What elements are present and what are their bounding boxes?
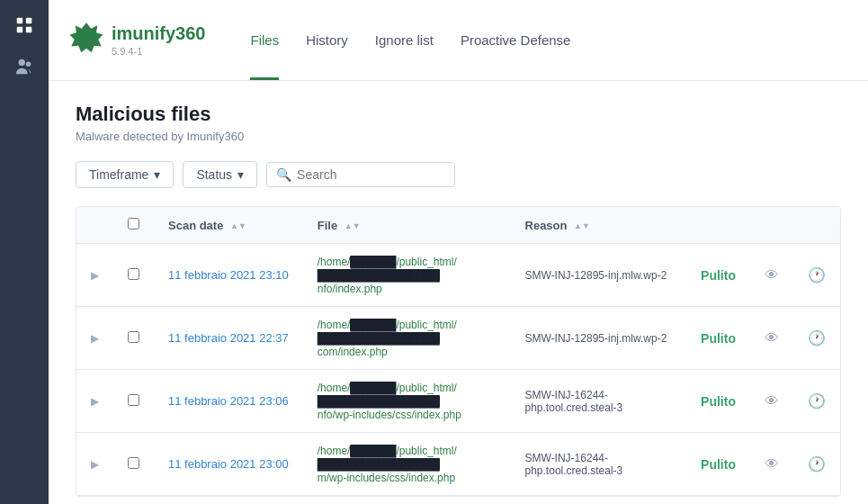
nav-files[interactable]: Files <box>250 0 279 80</box>
chevron-down-icon: ▾ <box>237 167 244 182</box>
reason-3: SMW-INJ-16244-php.tool.cred.steal-3 <box>511 433 687 496</box>
reason-0: SMW-INJ-12895-inj.mlw.wp-2 <box>511 244 687 307</box>
svg-marker-6 <box>70 22 103 52</box>
file-path-3: /home/██████/public_html/███████████████… <box>303 433 511 496</box>
row-expand-1[interactable]: ▶ <box>76 307 113 370</box>
row-expand-3[interactable]: ▶ <box>76 433 113 496</box>
th-file[interactable]: File ▲▼ <box>303 207 511 244</box>
eye-icon[interactable]: 👁 <box>765 330 779 346</box>
page-title: Malicious files <box>76 103 841 126</box>
reason-2: SMW-INJ-16244-php.tool.cred.steal-3 <box>511 370 687 433</box>
history-action-3[interactable]: 🕐 <box>793 433 840 496</box>
row-expand-2[interactable]: ▶ <box>76 370 113 433</box>
row-checkbox-cell-1 <box>113 307 154 370</box>
history-icon[interactable]: 🕐 <box>808 456 826 472</box>
status-3: Pulito <box>686 433 750 496</box>
nav-proactive-defense[interactable]: Proactive Defense <box>461 0 571 80</box>
th-scan-date[interactable]: Scan date ▲▼ <box>154 207 303 244</box>
row-checkbox-3[interactable] <box>128 457 139 469</box>
row-checkbox-0[interactable] <box>128 268 139 280</box>
svg-rect-1 <box>26 18 31 23</box>
th-actions2 <box>793 207 840 244</box>
scan-date-2: 11 febbraio 2021 23:06 <box>154 370 303 433</box>
th-expand <box>76 207 113 244</box>
th-status <box>686 207 750 244</box>
view-action-0[interactable]: 👁 <box>750 244 793 307</box>
th-reason[interactable]: Reason ▲▼ <box>511 207 687 244</box>
content-area: Malicious files Malware detected by Imun… <box>49 81 868 504</box>
row-checkbox-2[interactable] <box>128 394 139 406</box>
row-expand-0[interactable]: ▶ <box>76 244 113 307</box>
history-action-0[interactable]: 🕐 <box>793 244 840 307</box>
main-area: imunify360 5.9.4-1 Files History Ignore … <box>49 0 868 504</box>
chevron-down-icon: ▾ <box>154 167 160 182</box>
history-action-1[interactable]: 🕐 <box>793 307 840 370</box>
svg-rect-3 <box>26 27 31 32</box>
file-path-2: /home/██████/public_html/███████████████… <box>303 370 511 433</box>
scan-date-0: 11 febbraio 2021 23:10 <box>154 244 303 307</box>
table-row: ▶ 11 febbraio 2021 23:06 /home/██████/pu… <box>76 370 840 433</box>
logo-icon <box>67 21 106 60</box>
select-all-checkbox[interactable] <box>128 218 139 230</box>
svg-rect-2 <box>17 27 22 32</box>
logo-name: imunify360 <box>112 23 205 44</box>
grid-icon[interactable] <box>8 9 40 41</box>
status-0: Pulito <box>686 244 750 307</box>
status-2: Pulito <box>686 370 750 433</box>
page-subtitle: Malware detected by Imunify360 <box>76 130 841 143</box>
logo-version: 5.9.4-1 <box>112 46 205 57</box>
eye-icon[interactable]: 👁 <box>765 456 779 472</box>
th-checkbox <box>113 207 154 244</box>
table-row: ▶ 11 febbraio 2021 23:10 /home/██████/pu… <box>76 244 840 307</box>
row-checkbox-1[interactable] <box>128 331 139 343</box>
top-nav: imunify360 5.9.4-1 Files History Ignore … <box>49 0 868 81</box>
table-row: ▶ 11 febbraio 2021 23:00 /home/██████/pu… <box>76 433 840 496</box>
status-1: Pulito <box>686 307 750 370</box>
search-icon: 🔍 <box>276 167 291 182</box>
file-path-0: /home/██████/public_html/███████████████… <box>303 244 511 307</box>
nav-ignore-list[interactable]: Ignore list <box>375 0 434 80</box>
nav-history[interactable]: History <box>306 0 348 80</box>
search-input[interactable] <box>297 167 445 182</box>
svg-point-5 <box>26 62 31 68</box>
users-icon[interactable] <box>8 50 40 83</box>
scan-date-1: 11 febbraio 2021 22:37 <box>154 307 303 370</box>
logo-area: imunify360 5.9.4-1 <box>67 21 205 60</box>
svg-point-4 <box>19 59 25 66</box>
view-action-3[interactable]: 👁 <box>750 433 793 496</box>
search-box: 🔍 <box>266 162 455 187</box>
view-action-1[interactable]: 👁 <box>750 307 793 370</box>
eye-icon[interactable]: 👁 <box>765 267 779 283</box>
svg-rect-0 <box>17 18 22 23</box>
history-action-2[interactable]: 🕐 <box>793 370 840 433</box>
file-path-1: /home/██████/public_html/███████████████… <box>303 307 511 370</box>
history-icon[interactable]: 🕐 <box>808 267 826 283</box>
table-header-row: Scan date ▲▼ File ▲▼ Reason ▲▼ <box>76 207 840 244</box>
th-actions1 <box>750 207 793 244</box>
table-row: ▶ 11 febbraio 2021 22:37 /home/██████/pu… <box>76 307 840 370</box>
filters-row: Timeframe ▾ Status ▾ 🔍 <box>76 161 841 188</box>
timeframe-filter[interactable]: Timeframe ▾ <box>76 161 174 188</box>
view-action-2[interactable]: 👁 <box>750 370 793 433</box>
status-filter[interactable]: Status ▾ <box>183 161 257 188</box>
sidebar <box>0 0 49 504</box>
history-icon[interactable]: 🕐 <box>808 330 826 346</box>
nav-links: Files History Ignore list Proactive Defe… <box>250 0 570 80</box>
row-checkbox-cell-2 <box>113 370 154 433</box>
eye-icon[interactable]: 👁 <box>765 393 779 409</box>
reason-1: SMW-INJ-12895-inj.mlw.wp-2 <box>511 307 687 370</box>
row-checkbox-cell-3 <box>113 433 154 496</box>
scan-date-3: 11 febbraio 2021 23:00 <box>154 433 303 496</box>
row-checkbox-cell-0 <box>113 244 154 307</box>
history-icon[interactable]: 🕐 <box>808 393 826 409</box>
files-table: Scan date ▲▼ File ▲▼ Reason ▲▼ <box>76 206 841 497</box>
